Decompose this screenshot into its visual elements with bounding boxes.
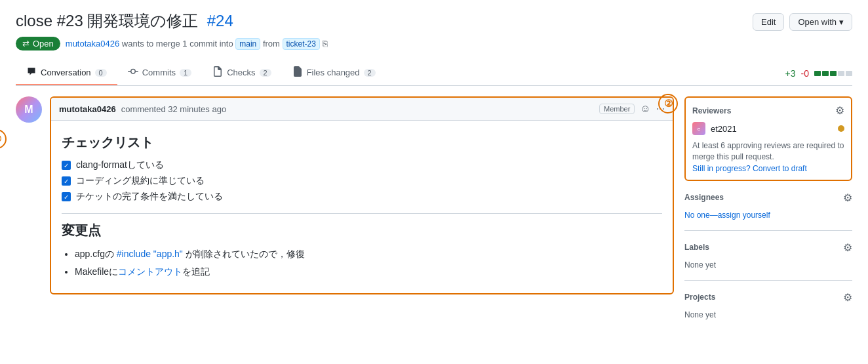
changes-title: 変更点 bbox=[62, 222, 662, 239]
pr-title: close #23 開発環境の修正 #24 bbox=[16, 10, 233, 31]
list-item: Makefileにコメントアウトを追記 bbox=[75, 265, 662, 279]
comment-author[interactable]: mutotaka0426 bbox=[59, 104, 116, 114]
projects-gear-icon[interactable]: ⚙ bbox=[843, 291, 852, 304]
divider bbox=[62, 213, 662, 214]
step-2-circle: ② bbox=[658, 94, 678, 113]
pr-title-text: close #23 開発環境の修正 bbox=[16, 12, 198, 30]
assignees-gear-icon[interactable]: ⚙ bbox=[843, 192, 852, 204]
reviewer-row: e et2021 bbox=[692, 122, 844, 135]
diff-seg-1 bbox=[814, 71, 821, 76]
comment-thread: ① M mutotaka0426 commented 32 minutes ag… bbox=[16, 96, 674, 305]
comment-header-right: Member ☺ ··· bbox=[599, 103, 665, 115]
comment-time: commented 32 minutes ago bbox=[121, 104, 226, 114]
reviewers-section: Reviewers ⚙ e et2021 At least 6 approvin… bbox=[684, 96, 852, 181]
header-actions: Edit Open with ▾ bbox=[753, 13, 852, 31]
code-link-2[interactable]: コメントアウト bbox=[118, 266, 182, 277]
reviewer-name: et2021 bbox=[711, 124, 737, 134]
diff-seg-5 bbox=[846, 71, 852, 76]
tab-files-changed[interactable]: Files changed 2 bbox=[282, 61, 386, 85]
base-branch[interactable]: main bbox=[235, 38, 260, 50]
pr-author[interactable]: mutotaka0426 bbox=[66, 39, 119, 49]
assignees-header: Assignees ⚙ bbox=[684, 192, 852, 204]
files-icon bbox=[292, 66, 303, 79]
diff-seg-3 bbox=[830, 71, 837, 76]
pr-title-number[interactable]: #24 bbox=[207, 12, 233, 30]
projects-section: Projects ⚙ None yet bbox=[684, 291, 852, 330]
bullet-list: app.cfgの #include "app.h" が削除されていたので，修復 … bbox=[62, 247, 662, 279]
list-item: app.cfgの #include "app.h" が削除されていたので，修復 bbox=[75, 247, 662, 261]
diff-seg-2 bbox=[822, 71, 829, 76]
checklist-title: チェックリスト bbox=[62, 134, 662, 152]
edit-button[interactable]: Edit bbox=[753, 13, 784, 31]
reviewer-avatar: e bbox=[692, 122, 705, 135]
tab-checks[interactable]: Checks 2 bbox=[202, 61, 281, 85]
labels-gear-icon[interactable]: ⚙ bbox=[843, 241, 852, 254]
open-badge: ⇄ Open bbox=[16, 37, 60, 51]
reviewers-title: Reviewers bbox=[692, 106, 731, 115]
comment-body: チェックリスト clang-formatしている コーディング規約に準じている bbox=[51, 121, 673, 293]
projects-header: Projects ⚙ bbox=[684, 291, 852, 304]
checks-count: 2 bbox=[260, 69, 271, 77]
convert-to-draft-link[interactable]: Still in progress? Convert to draft bbox=[692, 164, 807, 173]
sidebar-wrapper: ② Reviewers ⚙ e et2021 At least 6 approv… bbox=[684, 96, 852, 330]
step-1-circle: ① bbox=[0, 129, 7, 149]
commits-count: 1 bbox=[180, 69, 191, 77]
conversation-count: 0 bbox=[95, 69, 107, 77]
copy-icon[interactable]: ⎘ bbox=[323, 39, 328, 49]
list-item: コーディング規約に準じている bbox=[62, 175, 662, 187]
comment-header: mutotaka0426 commented 32 minutes ago Me… bbox=[51, 98, 673, 121]
pr-meta-text: mutotaka0426 wants to merge 1 commit int… bbox=[66, 39, 328, 49]
left-panel: ① M mutotaka0426 commented 32 minutes ag… bbox=[16, 96, 674, 340]
head-branch[interactable]: ticket-23 bbox=[283, 38, 320, 50]
chevron-down-icon: ▾ bbox=[839, 17, 844, 27]
projects-title: Projects bbox=[684, 293, 715, 302]
member-badge: Member bbox=[599, 104, 635, 114]
avatar: M bbox=[16, 96, 42, 123]
labels-none: None yet bbox=[684, 260, 716, 270]
code-link-1[interactable]: #include "app.h" bbox=[117, 249, 183, 259]
diff-additions: +3 bbox=[785, 68, 796, 79]
review-status-dot bbox=[838, 125, 844, 132]
conversation-icon bbox=[26, 66, 37, 79]
labels-header: Labels ⚙ bbox=[684, 241, 852, 254]
reviewers-header: Reviewers ⚙ bbox=[692, 104, 844, 117]
labels-section: Labels ⚙ None yet bbox=[684, 241, 852, 281]
right-panel: ② Reviewers ⚙ e et2021 At least 6 approv… bbox=[684, 96, 852, 340]
comment-box: mutotaka0426 commented 32 minutes ago Me… bbox=[50, 96, 674, 294]
checkbox-1[interactable] bbox=[62, 161, 71, 170]
projects-none: None yet bbox=[684, 310, 716, 319]
diff-bar bbox=[814, 71, 852, 76]
comment-container: mutotaka0426 commented 32 minutes ago Me… bbox=[50, 96, 674, 305]
assignees-section: Assignees ⚙ No one—assign yourself bbox=[684, 192, 852, 231]
tab-conversation[interactable]: Conversation 0 bbox=[16, 61, 117, 85]
comment-header-left: mutotaka0426 commented 32 minutes ago bbox=[59, 104, 226, 114]
pr-meta: ⇄ Open mutotaka0426 wants to merge 1 com… bbox=[16, 37, 852, 51]
checklist: clang-formatしている コーディング規約に準じている チケットの完了条… bbox=[62, 159, 662, 203]
diff-stats: +3 -0 bbox=[785, 68, 852, 79]
assignees-none[interactable]: No one—assign yourself bbox=[684, 211, 770, 220]
checkbox-3[interactable] bbox=[62, 192, 71, 201]
reviewer-note: At least 6 approving reviews are require… bbox=[692, 140, 844, 163]
open-with-button[interactable]: Open with ▾ bbox=[789, 13, 852, 31]
checks-icon bbox=[212, 66, 223, 79]
commits-icon bbox=[128, 66, 138, 79]
labels-title: Labels bbox=[684, 243, 709, 252]
gear-icon[interactable]: ⚙ bbox=[835, 104, 844, 117]
files-changed-count: 2 bbox=[364, 69, 376, 77]
tabs-bar: Conversation 0 Commits 1 Checks 2 Files … bbox=[16, 61, 852, 86]
git-merge-icon: ⇄ bbox=[22, 39, 30, 49]
page-header: close #23 開発環境の修正 #24 Edit Open with ▾ bbox=[16, 10, 852, 31]
tab-commits[interactable]: Commits 1 bbox=[117, 61, 202, 85]
assignees-title: Assignees bbox=[684, 193, 724, 202]
list-item: clang-formatしている bbox=[62, 159, 662, 171]
diff-deletions: -0 bbox=[801, 68, 809, 79]
list-item: チケットの完了条件を満たしている bbox=[62, 191, 662, 203]
diff-seg-4 bbox=[838, 71, 844, 76]
main-content: ① M mutotaka0426 commented 32 minutes ag… bbox=[16, 96, 852, 340]
emoji-button[interactable]: ☺ bbox=[640, 103, 650, 115]
checkbox-2[interactable] bbox=[62, 176, 71, 186]
